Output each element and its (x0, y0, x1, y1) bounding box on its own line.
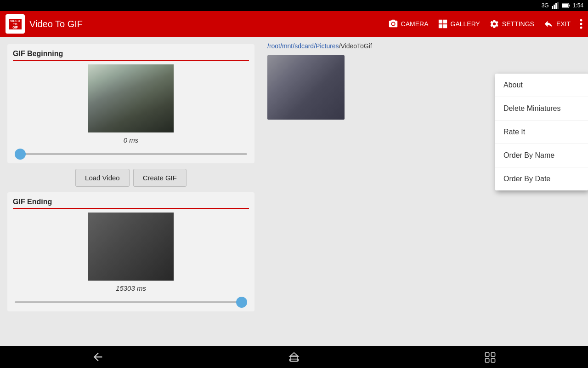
camera-button[interactable]: CAMERA (388, 19, 429, 29)
svg-rect-13 (485, 359, 489, 362)
gif-beginning-section: GIF Beginning 0 ms (7, 44, 254, 163)
svg-rect-14 (491, 359, 495, 362)
gallery-button[interactable]: GALLERY (438, 19, 480, 29)
breadcrumb-current: /VideoToGif (339, 42, 372, 50)
battery-icon (562, 3, 570, 8)
gallery-icon (438, 19, 448, 29)
home-button[interactable] (288, 351, 300, 363)
menu-item-order-by-date[interactable]: Order By Date (495, 167, 588, 190)
svg-rect-6 (569, 5, 570, 6)
status-bar: 3G 1:54 (0, 0, 588, 11)
signal-icon (552, 2, 559, 9)
settings-button[interactable]: SETTINGS (489, 19, 534, 29)
gif-ending-title: GIF Ending (13, 198, 249, 209)
exit-button[interactable]: EXIT (543, 19, 571, 29)
top-bar: VIDEOTOGIF Video To GIF CAMERA GALLERY S… (0, 11, 588, 37)
svg-point-7 (580, 19, 582, 22)
recents-button[interactable] (484, 351, 497, 363)
overflow-menu-button[interactable] (580, 19, 582, 29)
app-icon-text: VIDEOTOGIF (9, 19, 22, 29)
settings-label: SETTINGS (502, 20, 534, 28)
back-icon (91, 351, 104, 363)
exit-icon (543, 19, 554, 29)
top-bar-actions: CAMERA GALLERY SETTINGS EXIT (388, 19, 582, 29)
svg-rect-5 (562, 4, 568, 7)
recents-icon (484, 351, 497, 363)
breadcrumb: /root/mnt/sdcard/Pictures /VideoToGif (267, 42, 582, 50)
menu-item-delete-miniatures[interactable]: Delete Miniatures (495, 97, 588, 121)
gif-ending-section: GIF Ending 15303 ms (7, 192, 254, 311)
menu-item-order-by-name[interactable]: Order By Name (495, 144, 588, 167)
camera-icon (388, 19, 398, 29)
gif-beginning-time: 0 ms (13, 136, 249, 144)
breadcrumb-link[interactable]: /root/mnt/sdcard/Pictures (267, 42, 339, 50)
svg-rect-0 (552, 6, 553, 9)
svg-rect-12 (491, 353, 495, 356)
gif-beginning-title: GIF Beginning (13, 50, 249, 61)
overflow-icon (580, 19, 582, 29)
svg-point-9 (580, 27, 582, 29)
svg-rect-2 (555, 3, 557, 9)
bottom-nav-bar (0, 346, 588, 368)
gif-beginning-thumb-container (13, 64, 249, 132)
load-video-button[interactable]: Load Video (75, 169, 130, 187)
exit-label: EXIT (556, 20, 571, 28)
app-title: Video To GIF (29, 19, 384, 29)
svg-rect-3 (557, 2, 559, 9)
gif-ending-slider-container (13, 296, 249, 306)
home-icon (288, 351, 300, 363)
svg-rect-11 (485, 353, 489, 356)
back-button[interactable] (91, 351, 104, 363)
svg-rect-1 (554, 5, 555, 9)
gif-ending-time: 15303 ms (13, 284, 249, 292)
svg-point-8 (580, 23, 582, 25)
menu-item-about[interactable]: About (495, 74, 588, 97)
gallery-label: GALLERY (451, 20, 480, 28)
gif-beginning-slider[interactable] (15, 153, 247, 155)
main-content: GIF Beginning 0 ms Load Video Create GIF… (0, 37, 588, 346)
app-icon: VIDEOTOGIF (6, 14, 25, 34)
network-indicator: 3G (542, 2, 549, 9)
gallery-thumb-item[interactable] (267, 55, 345, 120)
time-display: 1:54 (573, 2, 583, 9)
gif-ending-thumb-container (13, 213, 249, 281)
gif-ending-slider[interactable] (15, 301, 247, 303)
gif-ending-thumbnail (88, 213, 174, 281)
gif-beginning-thumbnail (88, 64, 174, 132)
gif-beginning-slider-container (13, 148, 249, 158)
dropdown-menu: About Delete Miniatures Rate It Order By… (495, 74, 588, 190)
camera-label: CAMERA (401, 20, 429, 28)
menu-item-rate-it[interactable]: Rate It (495, 121, 588, 144)
action-buttons-row: Load Video Create GIF (7, 169, 254, 187)
left-panel: GIF Beginning 0 ms Load Video Create GIF… (0, 37, 262, 346)
create-gif-button[interactable]: Create GIF (133, 169, 187, 187)
settings-icon (489, 19, 499, 29)
